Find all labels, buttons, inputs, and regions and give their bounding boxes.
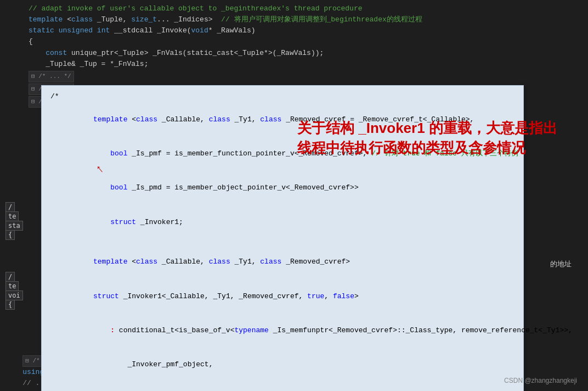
annotation-line-2: 线程中待执行函数的类型及含参情况 (297, 138, 561, 158)
annotation-line-1: 关于结构 _Invoker1 的重载，大意是指出 (297, 118, 561, 138)
left-collapsed-3[interactable]: sta (5, 221, 23, 231)
code-line-1: // adapt invoke of user's callable objec… (5, 3, 588, 14)
watermark: CSDN @zhangzhangkeji (504, 377, 577, 384)
popup-line-template2: template <class _Callable, class _Ty1, c… (50, 245, 514, 279)
left-collapsed-1[interactable]: / (5, 202, 15, 212)
code-line-4: { (5, 36, 588, 47)
collapsed-block-1[interactable]: ⊟ /* ... */ (29, 71, 74, 82)
popup-line-cond-pmf: conditional_t<_Is_specialization_v<_Remo… (50, 382, 514, 391)
code-line-5: const unique_ptr<_Tuple> _FnVals(static_… (5, 48, 588, 59)
code-line-2: template <class _Tuple, size_t... _Indic… (5, 14, 588, 25)
popup-line-struct-true-false: struct _Invoker1<_Callable, _Ty1, _Remov… (50, 280, 514, 314)
left-collapsed-5[interactable]: / (5, 272, 15, 282)
code-line-6: _Tuple& _Tup = *_FnVals; (5, 59, 588, 70)
code-editor: // adapt invoke of user's callable objec… (0, 0, 588, 391)
left-collapsed-7[interactable]: voi (5, 291, 23, 300)
collapsed-line-1[interactable]: ⊟ /* ... */ (5, 71, 588, 82)
left-collapsed-6[interactable]: te (5, 281, 19, 291)
code-line-3: static unsigned int __stdcall _Invoke(vo… (5, 25, 588, 36)
left-collapsed-8[interactable]: { (5, 300, 15, 310)
popup-line-arrow1: : conditional_t<is_base_of_v<typename _I… (50, 314, 514, 348)
popup-line-pmd: bool _Is_pmd = is_member_object_pointer_… (50, 171, 514, 205)
popup-line-open: /* (50, 91, 514, 103)
popup-line-struct-invoker: struct _Invoker1; (50, 205, 514, 239)
left-collapsed-4[interactable]: { (5, 230, 15, 240)
popup-line-pmf-obj: _Invoker_pmf_object, (50, 348, 514, 382)
left-collapsed-2[interactable]: te (5, 211, 19, 221)
chinese-annotation: 关于结构 _Invoker1 的重载，大意是指出 线程中待执行函数的类型及含参情… (297, 118, 561, 158)
right-address-text: 的地址 (550, 259, 572, 269)
